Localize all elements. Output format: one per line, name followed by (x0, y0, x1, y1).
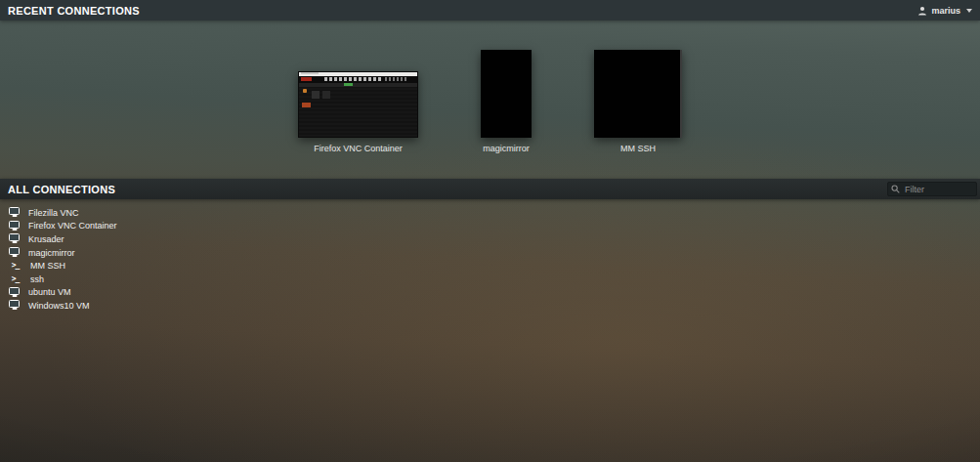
thumbnail-gray-tile (312, 91, 320, 99)
monitor-icon (9, 300, 20, 308)
connection-list-item[interactable]: Filezilla VNC (0, 206, 980, 220)
connection-name: Filezilla VNC (28, 208, 79, 218)
recent-connection-magicmirror[interactable]: magicmirror (481, 50, 532, 153)
guacamole-home-screen: RECENT CONNECTIONS marius Firefox VNC Co… (0, 0, 980, 462)
thumbnail-browser-tab (301, 72, 319, 74)
connection-list-item[interactable]: magicmirror (0, 246, 980, 260)
all-connections-title: ALL CONNECTIONS (8, 184, 115, 195)
connection-list-item[interactable]: ubuntu VM (0, 286, 980, 300)
connection-name: magicmirror (28, 248, 75, 258)
connection-list-item[interactable]: ssh (0, 273, 980, 286)
recent-connection-firefox-vnc-container[interactable]: Firefox VNC Container (298, 71, 418, 153)
recent-connection-mm-ssh[interactable]: MM SSH (594, 50, 682, 153)
connection-name: Windows10 VM (28, 301, 90, 311)
connection-thumbnail (481, 50, 532, 138)
connection-list-item[interactable]: Firefox VNC Container (0, 220, 980, 233)
connection-name: Krusader (28, 234, 64, 244)
monitor-icon (9, 287, 20, 295)
thumbnail-header-links (385, 77, 408, 81)
thumbnail-green-button (344, 83, 353, 86)
recent-connection-label: magicmirror (483, 144, 530, 153)
thumbnail-orange-dot (303, 89, 307, 93)
monitor-icon (9, 233, 20, 241)
terminal-icon (9, 273, 21, 284)
connection-thumbnail (594, 50, 682, 138)
recent-connections-title: RECENT CONNECTIONS (8, 5, 140, 17)
connection-list-item[interactable]: MM SSH (0, 259, 980, 273)
thumbnail-gray-tile (322, 91, 330, 99)
recent-connection-label: Firefox VNC Container (314, 144, 403, 153)
thumbnail-orange-badge (302, 103, 311, 107)
filter-box (887, 182, 977, 196)
filter-input[interactable] (887, 182, 977, 196)
top-bar: RECENT CONNECTIONS marius (0, 0, 980, 21)
connection-list: Filezilla VNC Firefox VNC Container Krus… (0, 199, 980, 313)
connection-thumbnail (298, 71, 418, 138)
recent-connection-label: MM SSH (620, 144, 656, 153)
connection-name: MM SSH (30, 261, 65, 271)
connection-name: ssh (30, 274, 44, 284)
monitor-icon (9, 207, 20, 215)
connection-list-item[interactable]: Krusader (0, 232, 980, 246)
connection-list-item[interactable]: Windows10 VM (0, 299, 980, 313)
terminal-icon (9, 261, 21, 272)
thumbnail-red-logo (301, 77, 312, 81)
monitor-icon (9, 247, 20, 255)
connection-name: ubuntu VM (28, 287, 71, 297)
chevron-down-icon (966, 9, 972, 13)
recent-connections-section: Firefox VNC Container magicmirror MM SSH (0, 21, 980, 179)
username: marius (931, 6, 960, 16)
thumbnail-headline-text (324, 77, 381, 81)
user-menu[interactable]: marius (917, 6, 972, 16)
connection-name: Firefox VNC Container (28, 221, 117, 231)
user-icon (917, 6, 927, 16)
monitor-icon (9, 221, 20, 229)
recent-connections-row: Firefox VNC Container magicmirror MM SSH (0, 50, 980, 153)
all-connections-bar: ALL CONNECTIONS (0, 179, 980, 199)
